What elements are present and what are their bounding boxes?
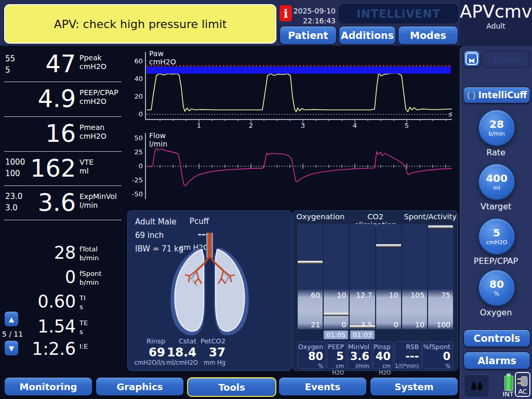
flow-unit: l/min <box>149 140 167 148</box>
cstat-cell: Cstat 18.4 ml/cmH2O <box>166 337 196 366</box>
rate-knob-label: Rate <box>460 148 532 157</box>
paw-unit: cmH2O <box>149 58 176 66</box>
flow-ytick: -50 <box>132 190 143 198</box>
brand-label: INTELLiVENT <box>356 8 441 20</box>
rsb-gauge: 105 10 <box>402 224 427 329</box>
peep-knob[interactable]: 5 cmH2O <box>478 218 515 255</box>
paw-xlabel: s <box>448 110 453 118</box>
gauge-indicator <box>350 325 375 328</box>
peep-label: PEEP/CPAP cmH2O <box>79 88 118 106</box>
nav-system[interactable]: System <box>370 377 458 396</box>
oxygen-knob[interactable]: 80 % <box>478 269 515 307</box>
ppeak-label: Ppeak cmH2O <box>79 54 107 71</box>
pmean-label: Pmean cmH2O <box>79 123 107 141</box>
flow-ytick: 0 <box>139 162 143 170</box>
paw-ytick: 20 <box>134 92 143 100</box>
flow-ytick: 25 <box>134 148 143 156</box>
patient-values: Rinsp 69 cmH2O/l/s Cstat 18.4 ml/cmH2O P… <box>133 337 242 366</box>
fspont-value: 0 <box>16 268 76 287</box>
trend-label: Trend <box>493 55 520 64</box>
controls-button[interactable]: Controls <box>463 329 530 347</box>
rsb-value-cell: RSB --- 1/(l*min) <box>394 341 421 369</box>
nebulizer-button[interactable] <box>464 375 489 397</box>
paw-xtick: 2 <box>249 122 253 129</box>
pressure-band <box>147 66 451 74</box>
te-value: 1.54 <box>16 317 76 337</box>
gauge-indicator <box>298 261 323 264</box>
patient-panel: Adult Male 69 inch IBW = 71 kg Pcuff ---… <box>127 210 292 371</box>
expminvol-label: ExpMinVol l/min <box>79 192 117 210</box>
fspont-gauge: 75 100 <box>428 224 453 329</box>
additions-button[interactable]: Additions <box>339 26 396 45</box>
minvol-gauge: 12.7 3.5 <box>350 224 375 329</box>
freeze-button[interactable] <box>463 50 480 67</box>
trend-button[interactable]: Trend <box>482 50 530 68</box>
gauge-indicator <box>376 244 401 247</box>
intellicuff-icon: ( ) <box>467 90 475 101</box>
paw-ytick: 60 <box>134 57 143 65</box>
peep-value-cell: PEEP 5 cm H2O <box>327 341 347 369</box>
patient-button[interactable]: Patient <box>280 26 337 45</box>
ti-value: 0.60 <box>16 292 76 312</box>
peep-value: 4.9 <box>16 85 76 112</box>
petco2-cell: PetCO2 37 mm Hg <box>197 337 225 366</box>
paw-xtick: 1 <box>197 122 201 129</box>
intellicuff-label: IntelliCuff <box>478 90 527 100</box>
minvol-timer: 01:03 <box>350 330 375 339</box>
nav-tools[interactable]: Tools <box>187 377 276 397</box>
paw-xtick: 4 <box>353 122 357 129</box>
lungs-graphic <box>167 232 252 338</box>
nebulizer-icon <box>470 380 484 392</box>
nav-events[interactable]: Events <box>278 377 367 396</box>
fspont-label: fSpont b/min <box>79 269 101 287</box>
ventilation-status-panel: Oxygenation CO2 elimination Spont/Activi… <box>292 210 458 371</box>
modes-button[interactable]: Modes <box>398 26 458 45</box>
ac-plug-icon <box>517 375 529 388</box>
page-down-button[interactable]: ▼ <box>4 340 19 356</box>
flow-waveform-chart: Flow l/min 50 25 0 -25 -50 <box>127 129 460 207</box>
paw-waveform-chart: Paw cmH2O 60 40 20 0 1 2 3 4 5 s <box>127 46 460 129</box>
ppeak-limits: 55 5 <box>5 53 15 76</box>
oxygen-value-cell: Oxygen 80 % <box>298 341 326 369</box>
freeze-icon <box>466 52 478 65</box>
gauge-columns: 60 21 10 0 12.7 3.5 10 0 105 10 <box>293 224 458 329</box>
intellicuff-button[interactable]: ( ) IntelliCuff <box>463 87 530 103</box>
page-up-button[interactable]: ▲ <box>4 311 19 327</box>
alarms-button[interactable]: Alarms <box>463 352 530 369</box>
ppeak-value: 47 <box>16 50 76 77</box>
pcuff-label: Pcuff <box>174 215 209 228</box>
nav-monitoring[interactable]: Monitoring <box>4 377 92 396</box>
alarm-message-banner[interactable]: APV: check high pressure limit <box>4 4 276 44</box>
ie-value: 1:2.6 <box>16 339 76 359</box>
expminvol-value: 3.6 <box>16 189 76 216</box>
ti-label: TI s <box>79 294 86 311</box>
time: 22:16:43 <box>291 16 336 26</box>
ac-label: AC <box>516 388 529 395</box>
paw-ytick: 40 <box>134 75 143 83</box>
vtarget-knob[interactable]: 400 ml <box>478 163 515 201</box>
nav-graphics[interactable]: Graphics <box>96 377 184 396</box>
oxygen-gauge: 60 21 <box>298 224 323 329</box>
peep-knob-label: PEEP/CPAP <box>460 256 532 266</box>
pmean-value: 16 <box>16 120 76 147</box>
vte-value: 162 <box>16 155 76 182</box>
minvol-value-cell: MinVol 3.6 l/min <box>348 341 372 369</box>
ftotal-label: fTotal b/min <box>79 245 99 262</box>
divider <box>4 220 122 220</box>
peep-gauge: 10 0 <box>324 224 349 329</box>
paw-ytick: 0 <box>139 110 143 118</box>
info-icon[interactable]: i <box>280 5 292 21</box>
gauge-indicator <box>324 313 349 316</box>
rate-knob[interactable]: 28 b/min <box>478 109 515 147</box>
intellivent-button[interactable]: INTELLiVENT <box>339 4 458 23</box>
paw-waveform <box>147 72 452 112</box>
flow-ytick: 50 <box>134 134 143 142</box>
gauge-values: Oxygen 80 % PEEP 5 cm H2O MinVol 3.6 l/m… <box>293 341 458 369</box>
modes-button-label: Modes <box>410 30 446 41</box>
vte-label: VTE ml <box>79 158 94 176</box>
ftotal-value: 28 <box>16 243 76 263</box>
battery-icon <box>504 376 513 391</box>
additions-button-label: Additions <box>341 30 394 41</box>
divider <box>4 116 122 117</box>
rinsp-cell: Rinsp 69 cmH2O/l/s <box>133 337 165 366</box>
